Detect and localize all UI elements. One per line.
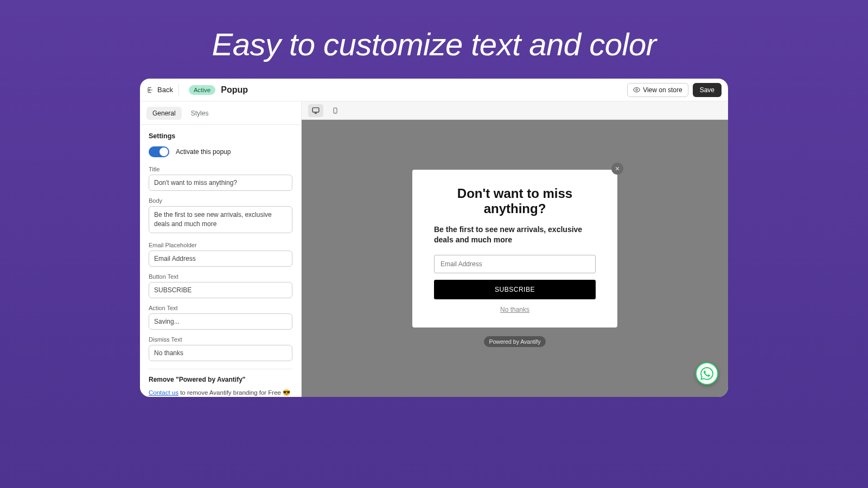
preview-area: Don't want to miss anything? Be the firs…	[302, 101, 728, 397]
title-label: Title	[149, 166, 292, 172]
mobile-icon	[332, 107, 339, 114]
svg-point-0	[636, 89, 637, 91]
divider	[149, 369, 292, 369]
tab-styles[interactable]: Styles	[185, 107, 215, 120]
popup-body: Be the first to see new arrivals, exclus…	[434, 224, 596, 245]
close-button[interactable]	[611, 163, 623, 175]
status-badge: Active	[189, 85, 215, 95]
whatsapp-icon	[700, 367, 713, 380]
body-input[interactable]: Be the first to see new arrivals, exclus…	[149, 206, 292, 233]
popup-title: Don't want to miss anything?	[434, 186, 596, 216]
title-input[interactable]	[149, 175, 292, 191]
topbar: Back Active Popup View on store Save	[140, 79, 728, 101]
back-button[interactable]: Back	[146, 84, 183, 96]
branding-text: Contact us to remove Avantify branding f…	[149, 389, 292, 396]
dismiss-text-label: Dismiss Text	[149, 336, 292, 343]
subscribe-button[interactable]: SUBSCRIBE	[434, 280, 596, 299]
save-button[interactable]: Save	[693, 83, 722, 97]
contact-us-link[interactable]: Contact us	[149, 389, 178, 396]
dismiss-text-input[interactable]	[149, 345, 292, 361]
marketing-headline: Easy to customize text and color	[0, 0, 868, 79]
back-icon	[146, 86, 154, 94]
app-window: Back Active Popup View on store Save Gen…	[140, 79, 728, 397]
svg-rect-1	[312, 107, 319, 112]
settings-sidebar: General Styles Settings Activate this po…	[140, 101, 302, 397]
body-label: Body	[149, 197, 292, 204]
activate-toggle-label: Activate this popup	[176, 148, 231, 156]
email-placeholder-input[interactable]	[149, 251, 292, 267]
device-bar	[302, 101, 728, 120]
settings-heading: Settings	[149, 132, 292, 140]
tabs: General Styles	[140, 101, 301, 125]
button-text-label: Button Text	[149, 273, 292, 280]
popup-card: Don't want to miss anything? Be the firs…	[412, 170, 617, 328]
view-on-store-label: View on store	[643, 86, 682, 94]
desktop-icon	[312, 107, 320, 114]
whatsapp-button[interactable]	[695, 362, 718, 385]
button-text-input[interactable]	[149, 282, 292, 298]
email-placeholder-label: Email Placeholder	[149, 242, 292, 248]
action-text-label: Action Text	[149, 305, 292, 311]
close-icon	[615, 166, 620, 171]
view-on-store-button[interactable]: View on store	[627, 83, 688, 97]
page-title: Popup	[221, 85, 248, 95]
no-thanks-link[interactable]: No thanks	[434, 306, 596, 313]
preview-canvas: Don't want to miss anything? Be the firs…	[302, 120, 728, 397]
activate-toggle[interactable]	[149, 146, 169, 157]
back-label: Back	[157, 86, 173, 94]
branding-rest: to remove Avantify branding for Free 😎	[178, 389, 290, 396]
eye-icon	[633, 86, 640, 93]
action-text-input[interactable]	[149, 313, 292, 330]
powered-by-badge: Powered by Avantify	[484, 336, 546, 347]
remove-branding-heading: Remove "Powered by Avantify"	[149, 376, 292, 383]
mobile-view-button[interactable]	[328, 104, 343, 117]
desktop-view-button[interactable]	[308, 104, 323, 117]
tab-general[interactable]: General	[146, 107, 182, 120]
popup-email-input[interactable]	[434, 255, 596, 273]
